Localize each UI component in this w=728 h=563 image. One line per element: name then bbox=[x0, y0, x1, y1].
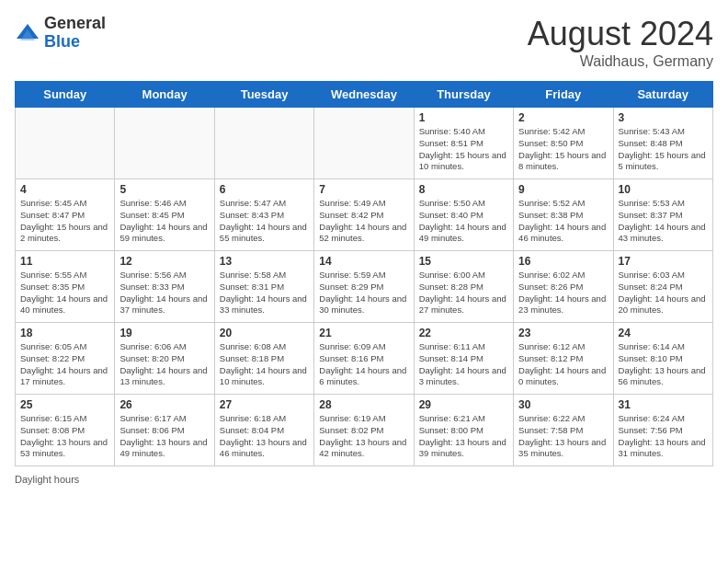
day-info: Sunrise: 5:53 AM Sunset: 8:37 PM Dayligh… bbox=[619, 198, 708, 245]
day-info: Sunrise: 6:15 AM Sunset: 8:08 PM Dayligh… bbox=[20, 413, 109, 460]
day-cell bbox=[115, 108, 214, 179]
day-cell: 13Sunrise: 5:58 AM Sunset: 8:31 PM Dayli… bbox=[214, 251, 313, 323]
logo-blue-text: Blue bbox=[44, 33, 106, 52]
day-cell: 17Sunrise: 6:03 AM Sunset: 8:24 PM Dayli… bbox=[613, 251, 712, 323]
day-info: Sunrise: 6:12 AM Sunset: 8:12 PM Dayligh… bbox=[518, 341, 608, 388]
day-info: Sunrise: 5:45 AM Sunset: 8:47 PM Dayligh… bbox=[20, 198, 109, 245]
day-number: 24 bbox=[619, 327, 708, 339]
day-cell: 11Sunrise: 5:55 AM Sunset: 8:35 PM Dayli… bbox=[16, 251, 115, 323]
day-cell: 25Sunrise: 6:15 AM Sunset: 8:08 PM Dayli… bbox=[16, 395, 115, 466]
day-number: 23 bbox=[518, 327, 608, 339]
day-cell: 6Sunrise: 5:47 AM Sunset: 8:43 PM Daylig… bbox=[214, 179, 313, 251]
day-number: 16 bbox=[518, 255, 608, 268]
day-info: Sunrise: 6:09 AM Sunset: 8:16 PM Dayligh… bbox=[319, 341, 408, 388]
day-number: 1 bbox=[419, 111, 508, 124]
day-cell: 24Sunrise: 6:14 AM Sunset: 8:10 PM Dayli… bbox=[613, 323, 712, 395]
week-row-1: 1Sunrise: 5:40 AM Sunset: 8:51 PM Daylig… bbox=[16, 108, 713, 179]
day-info: Sunrise: 5:49 AM Sunset: 8:42 PM Dayligh… bbox=[319, 198, 408, 245]
day-info: Sunrise: 6:00 AM Sunset: 8:28 PM Dayligh… bbox=[419, 270, 508, 316]
day-info: Sunrise: 6:14 AM Sunset: 8:10 PM Dayligh… bbox=[619, 341, 708, 388]
day-header-thursday: Thursday bbox=[414, 82, 513, 108]
day-number: 9 bbox=[518, 183, 608, 196]
day-info: Sunrise: 6:22 AM Sunset: 7:58 PM Dayligh… bbox=[518, 413, 608, 460]
day-number: 17 bbox=[619, 255, 708, 268]
day-cell bbox=[314, 108, 414, 179]
footer: Daylight hours bbox=[15, 474, 713, 485]
day-number: 2 bbox=[518, 111, 608, 124]
calendar-title: August 2024 bbox=[528, 15, 713, 53]
day-number: 28 bbox=[319, 398, 408, 411]
day-header-wednesday: Wednesday bbox=[314, 82, 414, 108]
day-cell bbox=[16, 108, 115, 179]
day-cell: 20Sunrise: 6:08 AM Sunset: 8:18 PM Dayli… bbox=[214, 323, 313, 395]
day-info: Sunrise: 6:03 AM Sunset: 8:24 PM Dayligh… bbox=[619, 270, 708, 316]
day-cell: 19Sunrise: 6:06 AM Sunset: 8:20 PM Dayli… bbox=[115, 323, 214, 395]
day-cell: 15Sunrise: 6:00 AM Sunset: 8:28 PM Dayli… bbox=[414, 251, 513, 323]
logo: General Blue bbox=[15, 15, 106, 52]
logo-icon bbox=[15, 20, 40, 46]
day-number: 26 bbox=[119, 398, 209, 411]
day-header-friday: Friday bbox=[514, 82, 613, 108]
day-info: Sunrise: 5:40 AM Sunset: 8:51 PM Dayligh… bbox=[419, 126, 508, 173]
day-cell: 3Sunrise: 5:43 AM Sunset: 8:48 PM Daylig… bbox=[613, 108, 712, 179]
day-info: Sunrise: 6:19 AM Sunset: 8:02 PM Dayligh… bbox=[319, 413, 408, 460]
day-number: 14 bbox=[319, 255, 408, 268]
week-row-4: 18Sunrise: 6:05 AM Sunset: 8:22 PM Dayli… bbox=[16, 323, 713, 395]
calendar-table: SundayMondayTuesdayWednesdayThursdayFrid… bbox=[15, 81, 713, 466]
day-number: 5 bbox=[119, 183, 209, 196]
day-number: 31 bbox=[619, 398, 708, 411]
day-info: Sunrise: 6:18 AM Sunset: 8:04 PM Dayligh… bbox=[220, 413, 309, 460]
week-row-2: 4Sunrise: 5:45 AM Sunset: 8:47 PM Daylig… bbox=[16, 179, 713, 251]
day-cell: 8Sunrise: 5:50 AM Sunset: 8:40 PM Daylig… bbox=[414, 179, 513, 251]
day-cell bbox=[214, 108, 313, 179]
logo-text: General Blue bbox=[44, 15, 106, 52]
day-cell: 2Sunrise: 5:42 AM Sunset: 8:50 PM Daylig… bbox=[514, 108, 613, 179]
day-info: Sunrise: 5:56 AM Sunset: 8:33 PM Dayligh… bbox=[119, 270, 209, 316]
day-number: 7 bbox=[319, 183, 408, 196]
day-info: Sunrise: 5:47 AM Sunset: 8:43 PM Dayligh… bbox=[220, 198, 309, 245]
day-cell: 4Sunrise: 5:45 AM Sunset: 8:47 PM Daylig… bbox=[16, 179, 115, 251]
day-header-monday: Monday bbox=[115, 82, 214, 108]
day-info: Sunrise: 6:02 AM Sunset: 8:26 PM Dayligh… bbox=[518, 270, 608, 316]
day-info: Sunrise: 5:55 AM Sunset: 8:35 PM Dayligh… bbox=[20, 270, 109, 316]
day-number: 27 bbox=[220, 398, 309, 411]
day-cell: 9Sunrise: 5:52 AM Sunset: 8:38 PM Daylig… bbox=[514, 179, 613, 251]
day-cell: 18Sunrise: 6:05 AM Sunset: 8:22 PM Dayli… bbox=[16, 323, 115, 395]
day-cell: 28Sunrise: 6:19 AM Sunset: 8:02 PM Dayli… bbox=[314, 395, 414, 466]
day-number: 29 bbox=[419, 398, 508, 411]
week-row-5: 25Sunrise: 6:15 AM Sunset: 8:08 PM Dayli… bbox=[16, 395, 713, 466]
day-cell: 5Sunrise: 5:46 AM Sunset: 8:45 PM Daylig… bbox=[115, 179, 214, 251]
title-block: August 2024 Waidhaus, Germany bbox=[528, 15, 713, 70]
day-info: Sunrise: 6:11 AM Sunset: 8:14 PM Dayligh… bbox=[419, 341, 508, 388]
footer-label: Daylight hours bbox=[15, 474, 79, 485]
day-cell: 16Sunrise: 6:02 AM Sunset: 8:26 PM Dayli… bbox=[514, 251, 613, 323]
day-info: Sunrise: 5:46 AM Sunset: 8:45 PM Dayligh… bbox=[119, 198, 209, 245]
day-cell: 26Sunrise: 6:17 AM Sunset: 8:06 PM Dayli… bbox=[115, 395, 214, 466]
day-info: Sunrise: 6:08 AM Sunset: 8:18 PM Dayligh… bbox=[220, 341, 309, 388]
day-cell: 21Sunrise: 6:09 AM Sunset: 8:16 PM Dayli… bbox=[314, 323, 414, 395]
day-info: Sunrise: 6:21 AM Sunset: 8:00 PM Dayligh… bbox=[419, 413, 508, 460]
day-info: Sunrise: 5:59 AM Sunset: 8:29 PM Dayligh… bbox=[319, 270, 408, 316]
day-info: Sunrise: 6:05 AM Sunset: 8:22 PM Dayligh… bbox=[20, 341, 109, 388]
day-header-tuesday: Tuesday bbox=[214, 82, 313, 108]
day-cell: 27Sunrise: 6:18 AM Sunset: 8:04 PM Dayli… bbox=[214, 395, 313, 466]
day-cell: 12Sunrise: 5:56 AM Sunset: 8:33 PM Dayli… bbox=[115, 251, 214, 323]
day-cell: 10Sunrise: 5:53 AM Sunset: 8:37 PM Dayli… bbox=[613, 179, 712, 251]
day-cell: 29Sunrise: 6:21 AM Sunset: 8:00 PM Dayli… bbox=[414, 395, 513, 466]
day-cell: 7Sunrise: 5:49 AM Sunset: 8:42 PM Daylig… bbox=[314, 179, 414, 251]
day-number: 20 bbox=[220, 327, 309, 339]
day-cell: 31Sunrise: 6:24 AM Sunset: 7:56 PM Dayli… bbox=[613, 395, 712, 466]
day-number: 12 bbox=[119, 255, 209, 268]
days-header-row: SundayMondayTuesdayWednesdayThursdayFrid… bbox=[16, 82, 713, 108]
day-info: Sunrise: 5:42 AM Sunset: 8:50 PM Dayligh… bbox=[518, 126, 608, 173]
day-number: 3 bbox=[619, 111, 708, 124]
day-header-sunday: Sunday bbox=[16, 82, 115, 108]
day-number: 10 bbox=[619, 183, 708, 196]
day-info: Sunrise: 5:50 AM Sunset: 8:40 PM Dayligh… bbox=[419, 198, 508, 245]
day-number: 4 bbox=[20, 183, 109, 196]
day-info: Sunrise: 5:52 AM Sunset: 8:38 PM Dayligh… bbox=[518, 198, 608, 245]
day-cell: 30Sunrise: 6:22 AM Sunset: 7:58 PM Dayli… bbox=[514, 395, 613, 466]
day-info: Sunrise: 5:58 AM Sunset: 8:31 PM Dayligh… bbox=[220, 270, 309, 316]
day-header-saturday: Saturday bbox=[613, 82, 712, 108]
page-header: General Blue August 2024 Waidhaus, Germa… bbox=[15, 15, 713, 70]
